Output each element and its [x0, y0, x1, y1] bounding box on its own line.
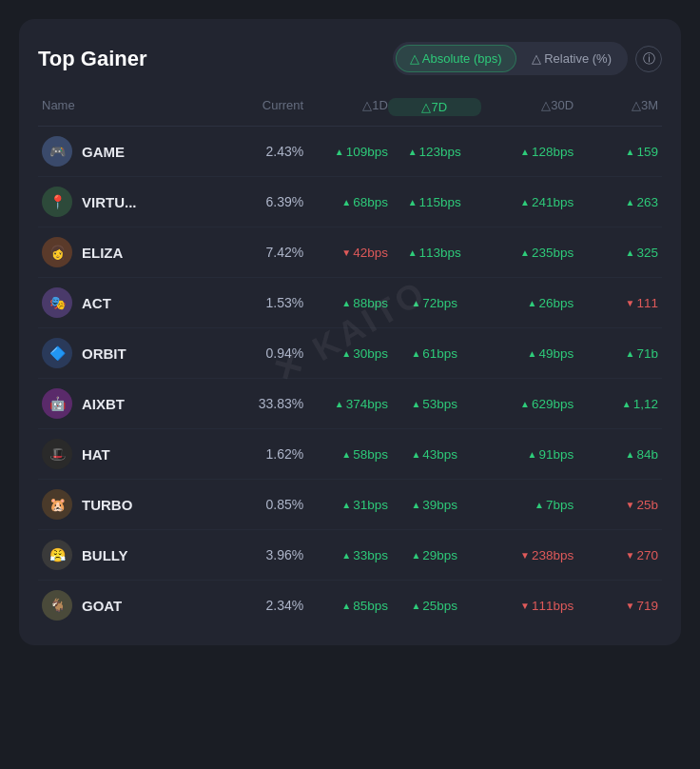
delta-value: 238bps: [532, 548, 574, 562]
avatar: 🤖: [42, 388, 72, 419]
delta-7d: ▲53bps: [388, 397, 481, 411]
delta-7d: ▲72bps: [388, 296, 481, 310]
delta-30d: ▲91bps: [481, 447, 574, 462]
delta-arrow: ▲: [626, 247, 635, 258]
delta-3m: ▼111: [574, 296, 658, 310]
delta-arrow: ▼: [626, 298, 635, 308]
delta-arrow: ▲: [408, 147, 418, 157]
delta-7d: ▲25bps: [388, 599, 481, 613]
table-row[interactable]: 🔷 ORBIT 0.94% ▲30bps ▲61bps ▲49bps ▲71b: [38, 328, 662, 379]
delta-arrow: ▲: [341, 601, 351, 611]
delta-3m: ▲263: [574, 195, 658, 209]
avatar: 🐹: [42, 489, 72, 520]
name-cell: 📍 VIRTU...: [42, 187, 211, 217]
col-d1d: △1D: [303, 98, 388, 116]
delta-arrow: ▲: [411, 449, 420, 460]
delta-arrow: ▲: [341, 500, 351, 510]
delta-value: 235bps: [532, 246, 574, 260]
table-container: Name Current △1D △7D △30D △3M 🎮 GAME 2.4…: [38, 98, 662, 630]
delta-value: 42bps: [353, 246, 388, 260]
table-row[interactable]: 👩 ELIZA 7.42% ▼42bps ▲113bps ▲235bps ▲32…: [38, 227, 662, 278]
delta-7d: ▲29bps: [388, 548, 481, 562]
table-row[interactable]: 🐐 GOAT 2.34% ▲85bps ▲25bps ▼111bps ▼719: [38, 581, 662, 630]
token-name: VIRTU...: [82, 194, 137, 210]
delta-30d: ▲241bps: [481, 195, 574, 209]
delta-30d: ▲629bps: [481, 397, 574, 411]
delta-value: 629bps: [532, 397, 574, 411]
delta-value: 53bps: [422, 397, 457, 411]
delta-value: 72bps: [422, 296, 457, 310]
delta-arrow: ▼: [341, 247, 351, 258]
table-row[interactable]: 🐹 TURBO 0.85% ▲31bps ▲39bps ▲7bps ▼25b: [38, 480, 662, 530]
delta-value: 29bps: [422, 548, 457, 562]
table-row[interactable]: 🎩 HAT 1.62% ▲58bps ▲43bps ▲91bps ▲84b: [38, 429, 662, 480]
current-value: 33.83%: [211, 396, 304, 411]
delta-30d: ▲26bps: [481, 296, 574, 310]
avatar: 🎮: [42, 136, 72, 167]
delta-30d: ▲7bps: [481, 498, 574, 512]
current-value: 1.53%: [211, 295, 304, 310]
table-row[interactable]: 🎮 GAME 2.43% ▲109bps ▲123bps ▲128bps ▲15…: [38, 127, 662, 177]
current-value: 3.96%: [211, 547, 304, 562]
name-cell: 🎭 ACT: [42, 287, 211, 318]
table-row[interactable]: 🤖 AIXBT 33.83% ▲374bps ▲53bps ▲629bps ▲1…: [38, 379, 662, 429]
delta-1d: ▲88bps: [303, 296, 388, 310]
table-row[interactable]: 🎭 ACT 1.53% ▲88bps ▲72bps ▲26bps ▼111: [38, 278, 662, 328]
current-value: 2.43%: [211, 144, 304, 159]
delta-3m: ▼270: [574, 548, 658, 562]
delta-arrow: ▲: [528, 298, 537, 308]
delta-30d: ▼238bps: [481, 548, 574, 562]
avatar: 🎩: [42, 439, 72, 469]
delta-1d: ▲31bps: [303, 498, 388, 512]
header-controls: △ Absolute (bps) △ Relative (%) ⓘ: [393, 42, 662, 75]
table-row[interactable]: 📍 VIRTU... 6.39% ▲68bps ▲115bps ▲241bps …: [38, 177, 662, 227]
delta-value: 30bps: [353, 346, 388, 361]
delta-3m: ▲1,12: [574, 397, 658, 411]
delta-arrow: ▲: [335, 399, 344, 409]
avatar: 🔷: [42, 338, 72, 368]
token-name: GOAT: [82, 598, 122, 614]
delta-30d: ▲49bps: [481, 346, 574, 361]
delta-value: 111: [636, 296, 658, 310]
delta-arrow: ▲: [520, 147, 530, 157]
current-value: 2.34%: [211, 598, 304, 613]
delta-arrow: ▲: [335, 147, 344, 157]
toggle-relative[interactable]: △ Relative (%): [518, 45, 625, 72]
delta-value: 61bps: [422, 346, 457, 361]
name-cell: 😤 BULLY: [42, 540, 211, 570]
toggle-absolute[interactable]: △ Absolute (bps): [396, 45, 516, 72]
name-cell: 👩 ELIZA: [42, 237, 211, 267]
delta-value: 270: [636, 548, 658, 562]
delta-arrow: ▼: [520, 601, 530, 611]
delta-30d: ▲235bps: [481, 246, 574, 260]
delta-arrow: ▲: [341, 197, 351, 207]
current-value: 6.39%: [211, 194, 304, 209]
delta-value: 39bps: [422, 498, 457, 512]
delta-arrow: ▲: [528, 348, 537, 359]
delta-arrow: ▲: [408, 247, 418, 258]
col-d30d: △30D: [481, 98, 574, 116]
info-button[interactable]: ⓘ: [635, 46, 662, 72]
delta-3m: ▼719: [574, 599, 658, 613]
name-cell: 🎩 HAT: [42, 439, 211, 469]
delta-arrow: ▲: [411, 399, 420, 409]
delta-value: 115bps: [419, 195, 461, 209]
delta-1d: ▲33bps: [303, 548, 388, 562]
col-d3m: △3M: [574, 98, 658, 116]
delta-arrow: ▲: [626, 197, 635, 207]
delta-value: 25bps: [422, 599, 457, 613]
delta-value: 159: [636, 145, 658, 159]
table-row[interactable]: 😤 BULLY 3.96% ▲33bps ▲29bps ▼238bps ▼270: [38, 530, 662, 581]
delta-value: 43bps: [422, 447, 457, 462]
delta-arrow: ▲: [411, 601, 420, 611]
delta-7d: ▲115bps: [388, 195, 481, 209]
delta-arrow: ▲: [528, 449, 537, 460]
delta-value: 58bps: [353, 447, 388, 462]
delta-arrow: ▲: [341, 348, 351, 359]
delta-1d: ▲58bps: [303, 447, 388, 462]
current-value: 7.42%: [211, 245, 304, 260]
delta-3m: ▲325: [574, 246, 658, 260]
delta-value: 25b: [636, 498, 658, 512]
delta-arrow: ▲: [520, 197, 530, 207]
delta-arrow: ▲: [341, 449, 351, 460]
